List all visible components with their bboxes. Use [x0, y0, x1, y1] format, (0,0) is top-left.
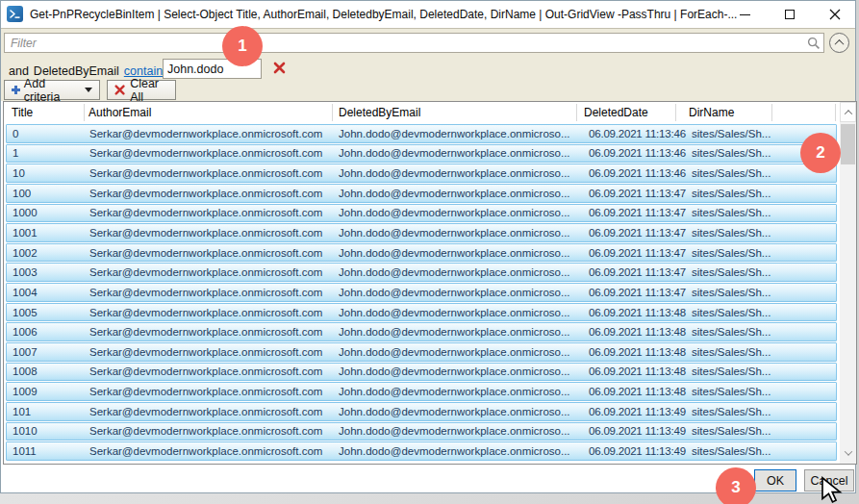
- minimize-button[interactable]: [722, 1, 767, 28]
- table-row[interactable]: 1006Serkar@devmodernworkplace.onmicrosof…: [6, 322, 837, 341]
- table-row[interactable]: 1003Serkar@devmodernworkplace.onmicrosof…: [6, 263, 837, 282]
- scrollbar-thumb[interactable]: [841, 124, 855, 164]
- cell-dir-name: sites/Sales/Sh...: [692, 445, 771, 457]
- chevron-up-icon: [844, 110, 851, 117]
- table-row[interactable]: 101Serkar@devmodernworkplace.onmicrosoft…: [6, 402, 837, 421]
- cell-deleted-date: 06.09.2021 11:13:47: [589, 287, 686, 298]
- remove-criteria-button[interactable]: [273, 62, 286, 74]
- cell-deleted-date: 06.09.2021 11:13:49: [589, 425, 686, 437]
- cell-dir-name: sites/Sales/Sh...: [692, 266, 771, 278]
- results-grid: Title AuthorEmail DeletedByEmail Deleted…: [3, 101, 857, 465]
- column-header-authoremail[interactable]: AuthorEmail: [88, 106, 151, 119]
- cell-title: 1001: [13, 227, 38, 239]
- close-icon: [829, 9, 841, 20]
- cell-title: 10: [13, 167, 25, 179]
- clear-all-button[interactable]: Clear All: [107, 80, 176, 100]
- cell-deleted-date: 06.09.2021 11:13:46: [589, 147, 686, 159]
- cell-title: 1009: [13, 386, 38, 397]
- cell-title: 100: [13, 188, 31, 199]
- cell-title: 1: [13, 147, 18, 159]
- cell-author-email: Serkar@devmodernworkplace.onmicrosoft.co…: [89, 207, 322, 218]
- cell-author-email: Serkar@devmodernworkplace.onmicrosoft.co…: [89, 326, 322, 338]
- column-header-deleteddate[interactable]: DeletedDate: [584, 106, 648, 119]
- cell-title: 1003: [13, 266, 38, 278]
- cell-dir-name: sites/Sales/Sh...: [692, 386, 771, 397]
- vertical-scrollbar[interactable]: [840, 102, 856, 464]
- cell-deleted-date: 06.09.2021 11:13:48: [589, 386, 686, 397]
- column-divider[interactable]: [771, 104, 772, 121]
- table-row[interactable]: 100Serkar@devmodernworkplace.onmicrosoft…: [6, 184, 837, 203]
- collapse-criteria-button[interactable]: [829, 33, 849, 53]
- clear-all-label: Clear All: [130, 77, 168, 104]
- cell-deleted-by-email: John.dodo@devmodernworkplace.onmicroso..…: [339, 147, 570, 159]
- chevron-up-icon: [835, 39, 845, 49]
- table-row[interactable]: 1005Serkar@devmodernworkplace.onmicrosof…: [6, 303, 837, 322]
- add-criteria-button[interactable]: Add criteria: [4, 80, 100, 100]
- column-header-title[interactable]: Title: [12, 106, 33, 119]
- cell-dir-name: sites/Sales/Sh...: [692, 425, 771, 437]
- cell-deleted-date: 06.09.2021 11:13:48: [589, 326, 686, 338]
- ok-button[interactable]: OK: [754, 469, 796, 491]
- scroll-down-button[interactable]: [840, 444, 856, 462]
- cell-author-email: Serkar@devmodernworkplace.onmicrosoft.co…: [89, 425, 322, 437]
- cell-title: 0: [13, 128, 18, 139]
- cell-dir-name: sites/Sales/Sh...: [692, 207, 771, 218]
- cell-title: 1004: [13, 287, 38, 298]
- cell-dir-name: sites/Sales/Sh...: [692, 147, 771, 159]
- cell-deleted-by-email: John.dodo@devmodernworkplace.onmicroso..…: [339, 167, 570, 179]
- cell-deleted-date: 06.09.2021 11:13:48: [589, 307, 686, 318]
- cell-deleted-by-email: John.dodo@devmodernworkplace.onmicroso..…: [339, 266, 570, 278]
- scroll-up-button[interactable]: [840, 102, 856, 122]
- cell-title: 1005: [13, 307, 38, 318]
- table-row[interactable]: 1008Serkar@devmodernworkplace.onmicrosof…: [6, 363, 837, 382]
- red-x-icon: [273, 62, 286, 74]
- table-row[interactable]: 1009Serkar@devmodernworkplace.onmicrosof…: [6, 382, 837, 401]
- close-button[interactable]: [813, 1, 857, 28]
- cell-dir-name: sites/Sales/Sh...: [692, 406, 771, 417]
- cell-deleted-date: 06.09.2021 11:13:46: [589, 128, 686, 139]
- column-header-dirname[interactable]: DirName: [689, 106, 734, 119]
- cell-author-email: Serkar@devmodernworkplace.onmicrosoft.co…: [89, 287, 322, 298]
- cell-dir-name: sites/Sales/Sh...: [692, 227, 771, 239]
- cell-author-email: Serkar@devmodernworkplace.onmicrosoft.co…: [89, 247, 322, 259]
- annotation-badge-3: 3: [716, 467, 756, 504]
- table-row[interactable]: 1000Serkar@devmodernworkplace.onmicrosof…: [6, 204, 837, 223]
- filter-panel: and DeletedByEmail contains Add criteria: [1, 28, 855, 101]
- cell-deleted-by-email: John.dodo@devmodernworkplace.onmicroso..…: [339, 326, 570, 338]
- chevron-down-icon: [844, 447, 851, 455]
- table-row[interactable]: 1002Serkar@devmodernworkplace.onmicrosof…: [6, 243, 837, 263]
- column-divider[interactable]: [835, 104, 836, 121]
- cell-title: 1002: [13, 247, 38, 259]
- table-row[interactable]: 10Serkar@devmodernworkplace.onmicrosoft.…: [6, 164, 837, 183]
- cell-title: 1006: [13, 326, 38, 338]
- column-divider[interactable]: [332, 104, 333, 121]
- cell-deleted-by-email: John.dodo@devmodernworkplace.onmicroso..…: [339, 445, 570, 457]
- column-header-deletedbyemail[interactable]: DeletedByEmail: [339, 106, 420, 119]
- column-divider[interactable]: [675, 104, 676, 121]
- filter-input[interactable]: [4, 33, 824, 53]
- column-divider[interactable]: [84, 104, 85, 121]
- table-row[interactable]: 1004Serkar@devmodernworkplace.onmicrosof…: [6, 283, 837, 302]
- cell-title: 1000: [13, 207, 38, 218]
- cell-author-email: Serkar@devmodernworkplace.onmicrosoft.co…: [89, 365, 322, 377]
- table-row[interactable]: 1010Serkar@devmodernworkplace.onmicrosof…: [6, 422, 837, 441]
- minimize-icon: [740, 14, 750, 15]
- table-row[interactable]: 0Serkar@devmodernworkplace.onmicrosoft.c…: [6, 124, 837, 143]
- cell-dir-name: sites/Sales/Sh...: [692, 167, 771, 179]
- table-body: 0Serkar@devmodernworkplace.onmicrosoft.c…: [4, 124, 839, 462]
- table-row[interactable]: 1007Serkar@devmodernworkplace.onmicrosof…: [6, 342, 837, 362]
- table-row[interactable]: 1Serkar@devmodernworkplace.onmicrosoft.c…: [6, 144, 837, 164]
- cell-dir-name: sites/Sales/Sh...: [692, 307, 771, 318]
- cell-deleted-date: 06.09.2021 11:13:46: [589, 167, 686, 179]
- out-gridview-window: Get-PnPRecycleBinItem | Select-Object Ti…: [0, 0, 856, 493]
- red-x-icon: [114, 84, 125, 96]
- table-row[interactable]: 1011Serkar@devmodernworkplace.onmicrosof…: [6, 441, 837, 461]
- plus-icon: [12, 86, 19, 94]
- column-divider[interactable]: [576, 104, 577, 121]
- search-icon: [807, 37, 821, 50]
- table-row[interactable]: 1001Serkar@devmodernworkplace.onmicrosof…: [6, 223, 837, 242]
- cell-deleted-date: 06.09.2021 11:13:48: [589, 365, 686, 377]
- cell-deleted-date: 06.09.2021 11:13:47: [589, 188, 686, 199]
- maximize-button[interactable]: [768, 1, 812, 28]
- cell-title: 1011: [13, 445, 37, 457]
